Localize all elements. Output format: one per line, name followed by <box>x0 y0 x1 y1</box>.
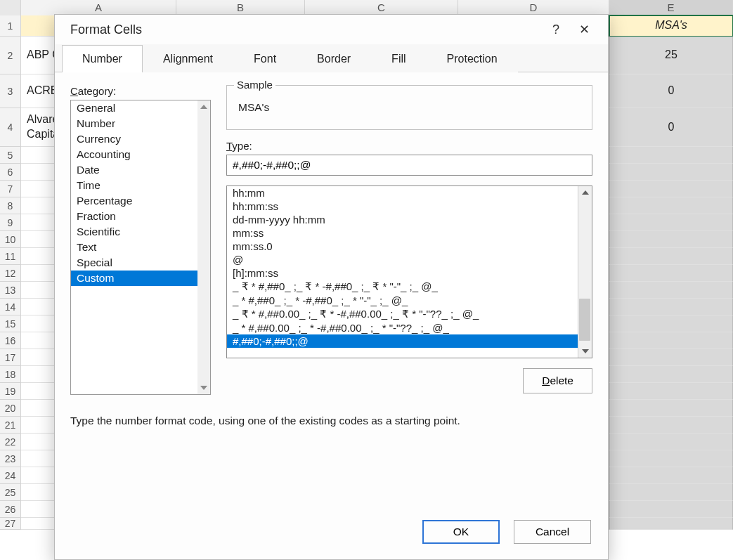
row-head[interactable]: 16 <box>0 332 21 349</box>
row-head[interactable]: 19 <box>0 383 21 400</box>
tab-alignment[interactable]: Alignment <box>143 45 233 72</box>
cancel-button[interactable]: Cancel <box>514 520 591 544</box>
cell[interactable] <box>609 349 733 366</box>
column-headers: A B C D E <box>0 0 733 15</box>
category-item[interactable]: General <box>71 100 210 116</box>
row-head[interactable]: 4 <box>0 108 21 147</box>
row-head[interactable]: 14 <box>0 299 21 315</box>
ok-button[interactable]: OK <box>422 520 500 544</box>
row-head[interactable]: 17 <box>0 349 21 366</box>
category-item[interactable]: Special <box>71 255 210 271</box>
cell[interactable] <box>609 315 733 332</box>
type-item[interactable]: _ ₹ * #,##0.00_ ;_ ₹ * -#,##0.00_ ;_ ₹ *… <box>227 307 592 321</box>
category-item[interactable]: Currency <box>71 131 210 147</box>
cell[interactable]: 0 <box>609 74 733 108</box>
row-head[interactable]: 24 <box>0 467 21 484</box>
row-head[interactable]: 2 <box>0 37 21 74</box>
type-item[interactable]: [h]:mm:ss <box>227 266 592 280</box>
type-list[interactable]: hh:mmhh:mm:ssdd-mm-yyyy hh:mmmm:ssmm:ss.… <box>226 185 592 358</box>
row-head[interactable]: 18 <box>0 366 21 383</box>
cell[interactable] <box>609 282 733 299</box>
cell[interactable] <box>609 332 733 349</box>
row-head[interactable]: 11 <box>0 248 21 265</box>
cell[interactable] <box>609 164 733 181</box>
cell[interactable] <box>609 417 733 434</box>
type-item[interactable]: _ * #,##0.00_ ;_ * -#,##0.00_ ;_ * "-"??… <box>227 321 592 334</box>
cell[interactable] <box>609 383 733 400</box>
dialog-titlebar[interactable]: Format Cells ? ✕ <box>55 15 608 44</box>
type-item[interactable]: hh:mm:ss <box>227 200 592 213</box>
category-item[interactable]: Accounting <box>71 147 210 162</box>
type-item[interactable]: _ ₹ * #,##0_ ;_ ₹ * -#,##0_ ;_ ₹ * "-"_ … <box>227 280 592 294</box>
type-item[interactable]: dd-mm-yyyy hh:mm <box>227 213 592 226</box>
type-item[interactable]: @ <box>227 253 592 266</box>
cell[interactable] <box>609 484 733 501</box>
cell[interactable]: 25 <box>609 37 733 74</box>
tab-border[interactable]: Border <box>297 45 371 72</box>
tab-protection[interactable]: Protection <box>427 45 518 72</box>
tab-fill[interactable]: Fill <box>371 45 426 72</box>
row-head[interactable]: 5 <box>0 147 21 164</box>
category-item[interactable]: Time <box>71 178 210 193</box>
cell[interactable] <box>609 501 733 518</box>
sample-box: Sample MSA's <box>226 85 592 130</box>
category-list[interactable]: GeneralNumberCurrencyAccountingDateTimeP… <box>70 100 211 395</box>
category-item[interactable]: Percentage <box>71 193 210 209</box>
row-head[interactable]: 15 <box>0 315 21 332</box>
cell[interactable] <box>609 299 733 315</box>
category-item[interactable]: Custom <box>71 271 210 286</box>
tab-font[interactable]: Font <box>233 45 297 72</box>
row-head[interactable]: 12 <box>0 265 21 282</box>
cell[interactable]: MSA's <box>609 15 733 37</box>
row-head[interactable]: 23 <box>0 450 21 467</box>
category-item[interactable]: Fraction <box>71 209 210 224</box>
row-head[interactable]: 26 <box>0 501 21 518</box>
col-head-e[interactable]: E <box>609 0 733 17</box>
row-head[interactable]: 25 <box>0 484 21 501</box>
category-item[interactable]: Date <box>71 162 210 178</box>
cell[interactable] <box>609 450 733 467</box>
type-item[interactable]: mm:ss <box>227 226 592 240</box>
category-item[interactable]: Number <box>71 116 210 131</box>
cell[interactable] <box>609 214 733 231</box>
cell[interactable] <box>609 248 733 265</box>
scrollbar-thumb[interactable] <box>579 299 590 341</box>
cell[interactable] <box>609 147 733 164</box>
type-item[interactable]: mm:ss.0 <box>227 240 592 253</box>
row-head[interactable]: 8 <box>0 197 21 214</box>
cell[interactable] <box>609 518 733 530</box>
cell[interactable]: 0 <box>609 108 733 147</box>
cell[interactable] <box>609 265 733 282</box>
help-icon[interactable]: ? <box>542 19 570 40</box>
cell[interactable] <box>609 197 733 214</box>
delete-button[interactable]: Delete <box>523 368 592 393</box>
cell[interactable] <box>609 467 733 484</box>
scrollbar[interactable] <box>197 100 210 394</box>
category-item[interactable]: Scientific <box>71 224 210 240</box>
cell[interactable] <box>609 400 733 417</box>
type-item[interactable]: _ * #,##0_ ;_ * -#,##0_ ;_ * "-"_ ;_ @_ <box>227 294 592 307</box>
type-item[interactable]: hh:mm <box>227 186 592 200</box>
row-head[interactable]: 6 <box>0 164 21 181</box>
category-item[interactable]: Text <box>71 240 210 255</box>
select-all-corner[interactable] <box>0 0 21 17</box>
row-head[interactable]: 22 <box>0 434 21 450</box>
close-icon[interactable]: ✕ <box>570 19 598 40</box>
cell[interactable] <box>609 231 733 248</box>
type-item[interactable]: #,##0;-#,##0;;@ <box>227 334 592 348</box>
cell[interactable] <box>609 181 733 197</box>
row-head[interactable]: 27 <box>0 518 21 530</box>
row-head[interactable]: 10 <box>0 231 21 248</box>
sample-label: Sample <box>234 79 275 91</box>
tab-number[interactable]: Number <box>62 45 143 72</box>
type-input[interactable] <box>226 155 592 176</box>
row-head[interactable]: 13 <box>0 282 21 299</box>
cell[interactable] <box>609 366 733 383</box>
row-head[interactable]: 9 <box>0 214 21 231</box>
row-head[interactable]: 1 <box>0 15 21 37</box>
cell[interactable] <box>609 434 733 450</box>
row-head[interactable]: 20 <box>0 400 21 417</box>
row-head[interactable]: 3 <box>0 74 21 108</box>
row-head[interactable]: 7 <box>0 181 21 197</box>
row-head[interactable]: 21 <box>0 417 21 434</box>
